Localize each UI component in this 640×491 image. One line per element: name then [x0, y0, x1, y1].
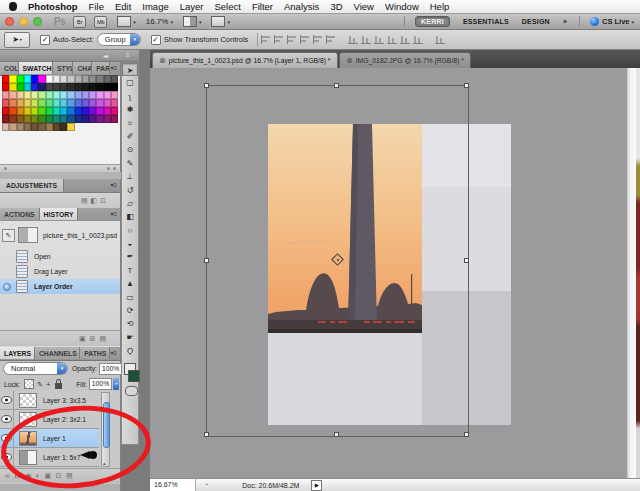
tab-styl[interactable]: STYL — [53, 62, 74, 74]
lock-all-icon[interactable] — [55, 383, 62, 389]
color-swatch[interactable] — [111, 107, 118, 115]
fill-value[interactable]: 100% — [89, 378, 112, 390]
color-swatch[interactable] — [104, 107, 111, 115]
color-swatch[interactable] — [67, 123, 74, 131]
crop-tool[interactable]: ⌗ — [122, 117, 138, 130]
transform-handle-bottom-left[interactable] — [204, 432, 209, 437]
color-swatch[interactable] — [46, 115, 53, 123]
history-state-drag-layer[interactable]: Drag Layer — [0, 264, 120, 279]
menu-item-analysis[interactable]: Analysis — [284, 1, 319, 12]
tab-adjustments[interactable]: ADJUSTMENTS — [0, 179, 64, 192]
color-swatch[interactable] — [96, 91, 103, 99]
transform-handle-bottom-right[interactable] — [464, 432, 469, 437]
color-swatch[interactable] — [9, 99, 16, 107]
quick-mask-button[interactable] — [125, 386, 138, 396]
color-swatch[interactable] — [38, 123, 45, 131]
color-swatch[interactable] — [96, 107, 103, 115]
color-swatch[interactable] — [17, 91, 24, 99]
tab-layers[interactable]: LAYERS — [0, 347, 35, 359]
panel-menu-icon[interactable]: ▾≡ — [110, 179, 120, 192]
color-swatch[interactable] — [17, 83, 24, 91]
canvas-area[interactable] — [150, 68, 626, 478]
auto-select-checkbox[interactable]: ✓ — [40, 35, 50, 45]
color-swatch[interactable] — [24, 99, 31, 107]
view-extras-icon[interactable] — [117, 16, 131, 27]
document-tab-active[interactable]: ⊗picture_this_1_0023.psd @ 16.7% (Layer … — [152, 52, 338, 68]
align-right-edges-icon[interactable] — [326, 35, 336, 44]
status-options-arrow[interactable]: ▶ — [311, 480, 322, 491]
color-swatch[interactable] — [24, 91, 31, 99]
history-brush-source-icon[interactable]: ✎ — [2, 229, 15, 242]
color-swatch[interactable] — [104, 75, 111, 83]
color-swatch[interactable] — [89, 83, 96, 91]
show-transform-checkbox[interactable]: ✓ — [151, 35, 161, 45]
color-swatch[interactable] — [89, 115, 96, 123]
lock-paint-icon[interactable]: ✎ — [37, 380, 43, 389]
color-swatch[interactable] — [60, 123, 67, 131]
color-swatch[interactable] — [31, 123, 38, 131]
color-swatch[interactable] — [2, 91, 9, 99]
menu-item-file[interactable]: File — [89, 1, 104, 12]
transform-handle-bottom-center[interactable] — [334, 432, 339, 437]
distribute-right-edges-icon[interactable] — [413, 35, 423, 44]
color-swatch[interactable] — [17, 123, 24, 131]
color-swatch[interactable] — [67, 75, 74, 83]
history-slider-knob[interactable] — [3, 283, 11, 291]
workspace-button-essentials[interactable]: ESSENTIALS — [463, 18, 509, 25]
history-brush-tool[interactable]: ↺ — [122, 184, 138, 197]
menu-item-3d[interactable]: 3D — [330, 1, 342, 12]
delete-state-icon[interactable]: ▤ — [99, 335, 106, 343]
color-swatch[interactable] — [24, 115, 31, 123]
color-swatch[interactable] — [111, 75, 118, 83]
color-swatch[interactable] — [60, 115, 67, 123]
color-swatch[interactable] — [67, 99, 74, 107]
tab-actions[interactable]: ACTIONS — [0, 208, 40, 220]
color-swatch[interactable] — [2, 123, 9, 131]
swatches-scrollbar[interactable] — [0, 164, 120, 172]
color-swatch[interactable] — [96, 83, 103, 91]
workspace-button-design[interactable]: DESIGN — [522, 18, 550, 25]
color-swatch[interactable] — [46, 91, 53, 99]
color-swatch[interactable] — [82, 75, 89, 83]
color-swatch[interactable] — [53, 91, 60, 99]
color-swatch[interactable] — [46, 75, 53, 83]
color-swatch[interactable] — [17, 107, 24, 115]
cs-live-button[interactable]: CS Live — [602, 17, 630, 26]
canvas-scrollbar-strip[interactable] — [626, 68, 636, 478]
color-swatch[interactable] — [104, 91, 111, 99]
color-swatch[interactable] — [82, 115, 89, 123]
distribute-top-edges-icon[interactable] — [348, 35, 358, 44]
color-swatch[interactable] — [82, 83, 89, 91]
color-swatch[interactable] — [24, 75, 31, 83]
gradient-tool[interactable]: ◧ — [122, 210, 138, 223]
spot-healing-tool[interactable]: ⊙ — [122, 143, 138, 156]
background-color-swatch[interactable] — [128, 370, 140, 382]
color-swatch[interactable] — [2, 107, 9, 115]
color-swatch[interactable] — [9, 75, 16, 83]
panel-menu-icon[interactable]: ▾≡ — [110, 208, 120, 221]
color-swatch[interactable] — [46, 99, 53, 107]
color-swatch[interactable] — [46, 83, 53, 91]
tab-swatches[interactable]: SWATCHES — [19, 62, 53, 74]
color-swatch[interactable] — [111, 83, 118, 91]
color-swatch[interactable] — [2, 83, 9, 91]
panel-menu-icon[interactable]: ▾≡ — [110, 62, 120, 75]
tab-col[interactable]: COL — [0, 62, 19, 74]
color-swatch[interactable] — [89, 99, 96, 107]
move-tool[interactable]: ➤ — [122, 63, 138, 76]
color-swatch[interactable] — [31, 107, 38, 115]
align-vertical-centers-icon[interactable] — [274, 35, 284, 44]
adjustment-icon[interactable]: ⊡ — [100, 197, 106, 205]
zoom-level-dropdown[interactable]: 16.7% — [146, 17, 169, 26]
quick-selection-tool[interactable]: ✱ — [122, 103, 138, 116]
color-swatch[interactable] — [75, 83, 82, 91]
opacity-value[interactable]: 100% — [99, 363, 122, 375]
tab-cha[interactable]: CHA — [73, 62, 92, 74]
color-swatch[interactable] — [31, 75, 38, 83]
dodge-tool[interactable]: ◒ — [122, 237, 138, 250]
color-swatch[interactable] — [60, 99, 67, 107]
path-selection-tool[interactable]: ▲ — [122, 277, 138, 290]
color-swatch[interactable] — [82, 107, 89, 115]
color-swatch[interactable] — [53, 123, 60, 131]
3d-orbit-tool[interactable]: ⟲ — [122, 317, 138, 330]
